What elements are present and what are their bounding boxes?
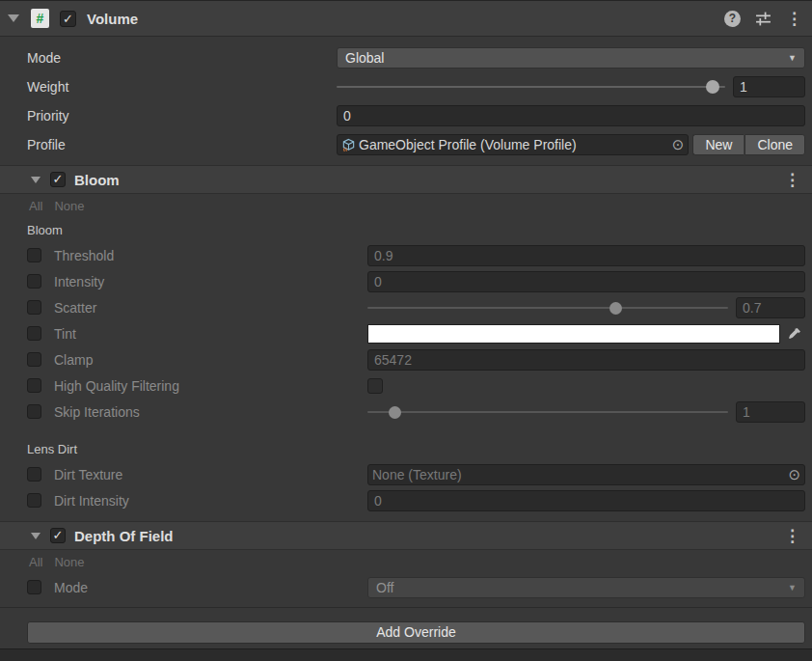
panel-bottom-strip [0, 648, 812, 661]
intensity-override-checkbox[interactable] [27, 274, 41, 289]
clamp-row: Clamp 65472 [0, 346, 812, 372]
weight-row: Weight 1 [0, 72, 812, 101]
chevron-down-icon: ▼ [788, 53, 797, 63]
scatter-slider[interactable] [367, 297, 728, 318]
intensity-row: Intensity 0 [0, 268, 812, 294]
threshold-row: Threshold 0.9 [0, 242, 812, 268]
weight-value-field[interactable]: 1 [733, 76, 805, 97]
new-profile-button[interactable]: New [692, 134, 744, 155]
profile-value: GameObject Profile (Volume Profile) [359, 137, 668, 152]
bloom-none-link[interactable]: None [54, 199, 84, 213]
dof-mode-override-checkbox[interactable] [27, 580, 41, 594]
threshold-label: Threshold [41, 248, 367, 263]
bloom-subheader: Bloom [0, 217, 812, 242]
foldout-arrow-icon[interactable] [8, 14, 19, 22]
dirt-texture-label: Dirt Texture [41, 467, 367, 482]
weight-slider[interactable] [337, 76, 725, 97]
skip-value-field[interactable]: 1 [736, 401, 805, 423]
profile-row: Profile GameObject Profile (Volume Profi… [0, 130, 812, 159]
dof-mode-value: Off [376, 580, 393, 595]
tint-color-swatch[interactable] [367, 324, 780, 344]
bloom-section-header: ✓ Bloom ⋮ [0, 165, 812, 194]
mode-label: Mode [27, 50, 337, 66]
slider-track [337, 86, 725, 88]
dof-mode-row: Mode Off ▼ [0, 573, 812, 601]
clamp-field[interactable]: 65472 [367, 349, 805, 371]
slider-handle[interactable] [706, 80, 719, 94]
volume-enabled-checkbox[interactable]: ✓ [60, 11, 76, 27]
object-picker-icon[interactable]: ⊙ [672, 135, 685, 154]
hqf-checkbox[interactable] [367, 378, 383, 394]
priority-row: Priority 0 [0, 101, 812, 130]
dof-mode-label: Mode [41, 580, 367, 595]
volume-inspector-panel: # ✓ Volume ? ⋮ Mode Global ▼ [0, 0, 812, 661]
clone-profile-button[interactable]: Clone [744, 134, 805, 155]
tint-row: Tint [0, 320, 812, 346]
foldout-arrow-icon[interactable] [31, 177, 41, 183]
kebab-menu-icon[interactable]: ⋮ [786, 11, 802, 27]
skip-iterations-row: Skip Iterations 1 [0, 399, 812, 425]
scatter-label: Scatter [41, 300, 367, 316]
tint-override-checkbox[interactable] [27, 326, 41, 341]
bloom-all-link[interactable]: All [29, 199, 42, 213]
kebab-menu-icon[interactable]: ⋮ [784, 172, 800, 188]
component-title: Volume [87, 11, 138, 27]
chevron-down-icon: ▼ [788, 583, 797, 592]
presets-icon[interactable] [755, 11, 771, 27]
dirt-intensity-override-checkbox[interactable] [27, 493, 41, 508]
foldout-arrow-icon[interactable] [31, 533, 41, 539]
volume-component-header: # ✓ Volume ? ⋮ [0, 1, 812, 37]
intensity-field[interactable]: 0 [367, 271, 805, 292]
lens-dirt-subheader: Lens Dirt [0, 425, 812, 461]
skip-override-checkbox[interactable] [27, 404, 41, 419]
section-divider [0, 607, 812, 608]
dirt-texture-override-checkbox[interactable] [27, 467, 41, 482]
kebab-menu-icon[interactable]: ⋮ [784, 528, 800, 544]
script-icon: # [31, 9, 49, 28]
clamp-override-checkbox[interactable] [27, 352, 41, 367]
dof-enabled-checkbox[interactable]: ✓ [50, 528, 66, 543]
dof-all-link[interactable]: All [29, 555, 42, 569]
threshold-override-checkbox[interactable] [27, 248, 41, 262]
object-picker-icon[interactable]: ⊙ [788, 465, 800, 484]
mode-dropdown[interactable]: Global ▼ [337, 47, 805, 69]
skip-iterations-slider[interactable] [367, 401, 728, 423]
profile-object-field[interactable]: GameObject Profile (Volume Profile) ⊙ [337, 134, 689, 155]
mode-row: Mode Global ▼ [0, 43, 812, 72]
dirt-texture-value: None (Texture) [372, 467, 784, 482]
scatter-override-checkbox[interactable] [27, 300, 41, 315]
mode-value: Global [345, 50, 384, 66]
intensity-label: Intensity [41, 274, 367, 289]
dof-mode-dropdown[interactable]: Off ▼ [367, 577, 805, 598]
scatter-row: Scatter 0.7 [0, 294, 812, 320]
dirt-intensity-row: Dirt Intensity 0 [0, 487, 812, 513]
bloom-title: Bloom [74, 172, 120, 188]
dof-all-none-row: All None [0, 550, 812, 573]
skip-label: Skip Iterations [41, 404, 367, 420]
dirt-texture-object-field[interactable]: None (Texture) ⊙ [367, 464, 805, 485]
bloom-enabled-checkbox[interactable]: ✓ [50, 172, 66, 187]
threshold-field[interactable]: 0.9 [367, 245, 805, 266]
volume-profile-icon [341, 138, 356, 152]
dof-none-link[interactable]: None [54, 555, 84, 569]
clamp-label: Clamp [41, 352, 367, 368]
priority-label: Priority [27, 108, 337, 124]
hqf-label: High Quality Filtering [41, 378, 367, 394]
bloom-all-none-row: All None [0, 194, 812, 217]
slider-track [367, 307, 728, 309]
add-override-button[interactable]: Add Override [27, 621, 805, 644]
slider-handle[interactable] [609, 302, 622, 315]
dof-title: Depth Of Field [74, 528, 174, 544]
help-icon[interactable]: ? [724, 11, 741, 27]
eyedropper-icon[interactable] [784, 323, 805, 344]
slider-track [367, 411, 728, 413]
profile-label: Profile [27, 137, 337, 152]
hqf-override-checkbox[interactable] [27, 378, 41, 393]
priority-field[interactable]: 0 [337, 105, 805, 126]
dirt-texture-row: Dirt Texture None (Texture) ⊙ [0, 461, 812, 487]
dirt-intensity-field[interactable]: 0 [367, 490, 805, 511]
scatter-value-field[interactable]: 0.7 [736, 297, 805, 318]
tint-label: Tint [41, 326, 367, 342]
depth-of-field-section-header: ✓ Depth Of Field ⋮ [0, 521, 812, 550]
slider-handle[interactable] [389, 406, 401, 419]
